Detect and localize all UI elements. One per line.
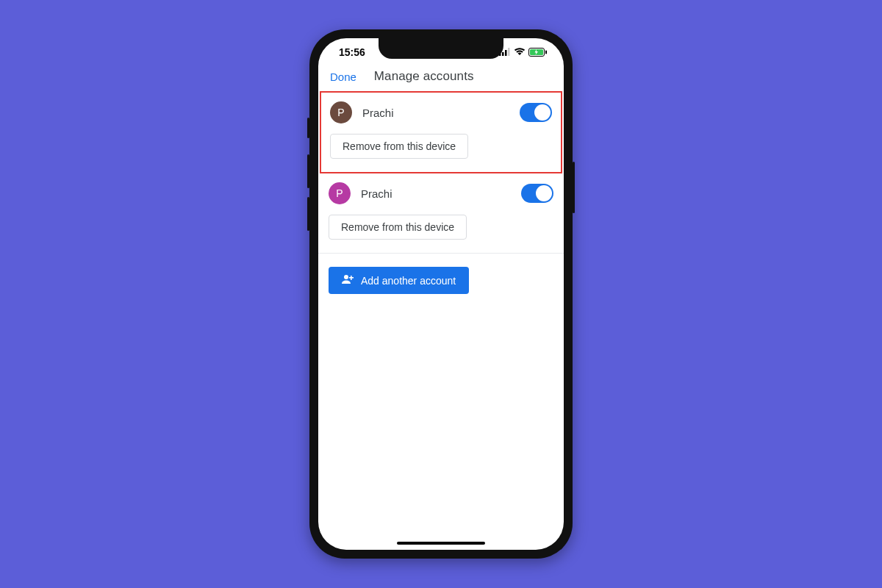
avatar-initial: P	[337, 107, 344, 118]
phone-frame: 15:56 Done Manage accounts	[309, 29, 573, 559]
remove-from-device-button[interactable]: Remove from this device	[329, 215, 467, 240]
add-another-account-button[interactable]: Add another account	[329, 267, 469, 294]
avatar: P	[330, 101, 352, 123]
svg-rect-9	[349, 277, 354, 279]
account-name: Prachi	[361, 187, 511, 200]
notch	[379, 38, 503, 59]
mute-switch	[307, 118, 309, 138]
add-button-label: Add another account	[361, 275, 456, 287]
account-row: P Prachi	[330, 101, 552, 123]
svg-rect-2	[505, 50, 507, 56]
svg-rect-3	[508, 48, 510, 56]
account-name: Prachi	[362, 107, 509, 119]
battery-charging-icon	[528, 48, 548, 57]
page-title: Manage accounts	[374, 69, 474, 84]
avatar-initial: P	[336, 187, 343, 199]
volume-down-button	[307, 197, 309, 231]
remove-button-label: Remove from this device	[343, 140, 456, 152]
account-item: P Prachi Remove from this device	[320, 91, 562, 173]
home-indicator[interactable]	[397, 542, 485, 545]
account-item: P Prachi Remove from this device	[318, 173, 564, 254]
power-button	[573, 162, 575, 213]
svg-point-7	[344, 275, 348, 279]
account-toggle[interactable]	[520, 103, 552, 122]
avatar: P	[329, 182, 351, 204]
svg-rect-6	[545, 51, 547, 54]
screen: 15:56 Done Manage accounts	[318, 38, 564, 550]
account-toggle[interactable]	[521, 184, 553, 203]
status-time: 15:56	[339, 46, 365, 58]
wifi-icon	[514, 46, 526, 58]
remove-button-label: Remove from this device	[341, 221, 454, 233]
svg-rect-1	[502, 52, 504, 56]
person-add-icon	[342, 274, 354, 287]
accounts-list: P Prachi Remove from this device P Prach…	[318, 91, 564, 254]
status-right	[499, 46, 548, 58]
add-account-wrap: Add another account	[318, 254, 564, 307]
volume-up-button	[307, 154, 309, 188]
done-button[interactable]: Done	[330, 71, 356, 83]
nav-header: Done Manage accounts	[318, 66, 564, 91]
account-row: P Prachi	[329, 182, 553, 204]
remove-from-device-button[interactable]: Remove from this device	[330, 134, 468, 159]
